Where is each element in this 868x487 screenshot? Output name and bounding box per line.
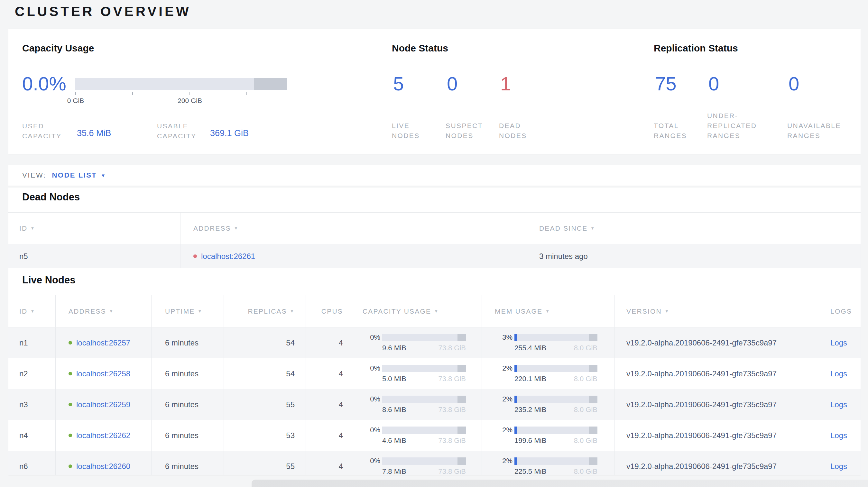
dead-node-address-link[interactable]: localhost:26261 [201,252,255,261]
node-id: n3 [8,389,55,420]
live-col-header-uptime[interactable]: UPTIME▼ [151,295,224,327]
dead-node-dead-since: 3 minutes ago [526,244,861,268]
node-address-cell: localhost:26257 [55,327,151,358]
node-mem-usage-cell: 2% 225.5 MiB 8.0 GiB [482,451,615,475]
replication-status-values: 75 0 0 [654,73,799,95]
live-node-row: n4 localhost:26262 6 minutes 53 4 0% 4.6… [8,420,861,451]
dead-status-dot-icon [193,254,197,258]
under-replicated-ranges-label: UNDER-REPLICATED RANGES [707,111,770,140]
live-col-header-replicas[interactable]: REPLICAS▼ [224,295,306,327]
usable-capacity-label: USABLE CAPACITY [157,121,212,141]
mem-bar [515,457,597,465]
mem-used: 225.5 MiB [515,467,546,475]
node-version-cell: v19.2.0-alpha.20190606-2491-gfe735c9a97 [615,451,818,475]
capacity-bar-tail [458,426,466,434]
sort-caret-icon: ▼ [30,309,35,314]
logs-link[interactable]: Logs [830,338,847,347]
mem-bar-tail [589,426,597,434]
node-capacity-usage-cell: 0% 4.6 MiB 73.8 GiB [354,420,482,451]
mem-bar-fill [515,426,517,434]
node-address-link[interactable]: localhost:26260 [76,462,130,471]
logs-link[interactable]: Logs [830,431,847,440]
live-col-header-version[interactable]: VERSION▼ [615,295,818,327]
dead-nodes-label: DEAD NODES [499,121,538,140]
node-id: n6 [8,451,55,475]
live-col-header-capacity[interactable]: CAPACITY USAGE▼ [354,295,482,327]
sort-caret-icon: ▼ [665,309,670,314]
node-uptime: 6 minutes [151,420,224,451]
live-col-header-address[interactable]: ADDRESS▼ [55,295,151,327]
capacity-percent: 0% [363,426,380,434]
sort-caret-icon: ▼ [234,226,239,231]
node-logs-cell: Logs [818,420,861,451]
live-status-dot-icon [68,403,72,406]
live-col-header-cpus: CPUS [306,295,354,327]
logs-link[interactable]: Logs [830,462,847,471]
node-uptime: 6 minutes [151,327,224,358]
dead-col-header-dead-since[interactable]: DEAD SINCE▼ [526,213,861,244]
chevron-down-icon[interactable]: ▼ [101,173,105,178]
capacity-total: 73.8 GiB [438,375,466,383]
logs-link[interactable]: Logs [830,369,847,378]
capacity-axis-tick [132,92,133,95]
node-id: n4 [8,420,55,451]
live-nodes-count: 5 [392,73,445,95]
node-replicas: 55 [224,389,306,420]
node-status-labels: LIVE NODES SUSPECT NODES DEAD NODES [392,110,538,140]
node-id: n2 [8,358,55,389]
node-address-cell: localhost:26259 [55,389,151,420]
capacity-bar [382,334,466,341]
node-cpus: 4 [306,420,354,451]
capacity-bar-nonusable-segment [254,78,287,90]
logs-link[interactable]: Logs [830,400,847,409]
live-status-dot-icon [68,433,72,437]
mem-used: 220.1 MiB [515,375,546,383]
dead-node-address-cell: localhost:26261 [180,244,526,268]
mem-total: 8.0 GiB [574,375,597,383]
capacity-bar-tail [458,365,466,372]
live-col-header-mem[interactable]: MEM USAGE▼ [482,295,615,327]
unavailable-ranges-label: UNAVAILABLE RANGES [787,121,856,140]
mem-percent: 2% [495,395,513,403]
capacity-axis-label-0: 0 GiB [67,97,84,104]
mem-bar-tail [589,457,597,465]
node-uptime: 6 minutes [151,451,224,475]
capacity-percent: 0% [363,333,380,342]
sort-caret-icon: ▼ [198,309,203,314]
node-replicas: 54 [224,358,306,389]
live-node-row: n6 localhost:26260 6 minutes 55 4 0% 7.8… [8,451,861,475]
node-cpus: 4 [306,358,354,389]
mem-bar [515,334,597,341]
node-address-link[interactable]: localhost:26259 [76,400,130,409]
mem-bar-tail [589,334,597,341]
node-capacity-usage-cell: 0% 9.6 MiB 73.8 GiB [354,327,482,358]
used-capacity-value: 35.6 MiB [77,128,111,138]
mem-used: 235.2 MiB [515,405,546,414]
dead-node-row: n5 localhost:26261 3 minutes ago [8,244,861,268]
dead-col-header-address[interactable]: ADDRESS▼ [180,213,526,244]
mem-bar [515,426,597,434]
live-node-row: n3 localhost:26259 6 minutes 55 4 0% 8.6… [8,389,861,420]
node-capacity-usage-cell: 0% 7.8 MiB 73.8 GiB [354,451,482,475]
dead-nodes-count: 1 [499,73,511,95]
capacity-bar [382,396,466,403]
capacity-total: 73.8 GiB [438,344,466,352]
capacity-total: 73.8 GiB [438,405,466,414]
mem-total: 8.0 GiB [574,467,597,475]
node-address-link[interactable]: localhost:26262 [76,431,130,440]
capacity-axis-label-200: 200 GiB [178,97,202,104]
node-address-link[interactable]: localhost:26258 [76,369,130,378]
node-mem-usage-cell: 2% 199.6 MiB 8.0 GiB [482,420,615,451]
dead-col-header-id[interactable]: ID▼ [8,213,180,244]
mem-bar [515,396,597,403]
capacity-bar-tail [458,457,466,465]
live-col-header-id[interactable]: ID▼ [8,295,55,327]
mem-bar-fill [515,334,517,341]
node-cpus: 4 [306,451,354,475]
node-address-link[interactable]: localhost:26257 [76,338,130,347]
view-selector[interactable]: NODE LIST [52,171,97,180]
mem-bar [515,365,597,372]
mem-used: 199.6 MiB [515,436,546,445]
node-uptime: 6 minutes [151,389,224,420]
live-nodes-header-row: ID▼ ADDRESS▼ UPTIME▼ REPLICAS▼ CPUS CAPA… [8,295,861,327]
